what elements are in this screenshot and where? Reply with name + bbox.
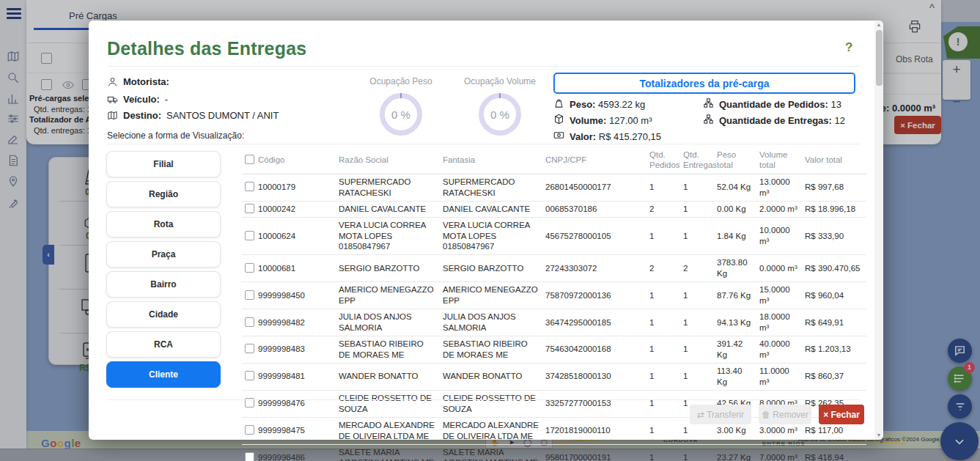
row-select-checkbox[interactable] — [245, 182, 254, 191]
cell-qtd-entregas: 2 — [680, 255, 714, 282]
cell-qtd-pedidos: 1 — [646, 282, 680, 309]
cell-codigo: 10000681 — [242, 255, 336, 282]
cell-volume-total: 40.0000 m³ — [756, 336, 802, 364]
row-select-checkbox[interactable] — [245, 452, 254, 461]
view-button-cliente[interactable]: Cliente — [106, 361, 221, 388]
select-all-rows-checkbox[interactable] — [245, 155, 254, 164]
column-header: Fantasia — [440, 147, 542, 174]
cell-peso-total: 87.76 Kg — [714, 282, 756, 309]
orders-icon — [703, 97, 714, 111]
cell-qtd-entregas: 1 — [680, 201, 714, 217]
cell-razao-social: CLEIDE ROSSETTO DE SOUZA — [336, 390, 440, 417]
cell-qtd-entregas: 1 — [680, 309, 714, 336]
gauge-ocupacao-peso: Ocupação Peso 0 % — [357, 76, 445, 136]
cell-razao-social: MERCADO ALEXANDRE DE OLIVEIRA LTDA ME — [336, 417, 440, 444]
cell-fantasia: SEBASTIAO RIBEIRO DE MORAES ME — [440, 336, 542, 364]
cell-cnpj-cpf: 75463042000168 — [542, 336, 646, 364]
cell-qtd-pedidos: 1 — [646, 363, 680, 390]
totalizador-item: Peso: 4593.22 kg — [553, 96, 661, 112]
cell-peso-total: 3783.80 Kg — [714, 255, 756, 282]
totalizadores-right-column: Quantidade de Pedidos: 13Quantidade de E… — [703, 96, 845, 128]
column-header: Código — [242, 147, 336, 174]
cell-razao-social: VERA LUCIA CORREA MOTA LOPES 01850847967 — [336, 217, 440, 255]
scroll-down-arrow[interactable]: ▼ — [874, 431, 883, 440]
detalhes-entregas-modal: Detalhes das Entregas ? Motorista: Veícu… — [89, 21, 883, 440]
column-header: CNPJ/CPF — [542, 147, 646, 174]
transferir-button[interactable]: ⇄ Transferir — [690, 405, 751, 424]
cell-razao-social: SERGIO BARZOTTO — [336, 255, 440, 282]
cell-cnpj-cpf: 37428518000130 — [542, 363, 646, 390]
table-row: 10000681SERGIO BARZOTTOSERGIO BARZOTTO27… — [242, 255, 866, 282]
cell-fantasia: CLEIDE ROSSETTO DE SOUZA — [440, 390, 542, 417]
cell-fantasia: DANIEL CAVALCANTE — [440, 201, 542, 217]
column-header: Valor total — [802, 147, 866, 174]
table-header-row: CódigoRazão SocialFantasiaCNPJ/CPFQtd. P… — [242, 147, 866, 174]
fechar-button[interactable]: × Fechar — [819, 405, 864, 424]
cell-cnpj-cpf: 26801450000177 — [542, 174, 646, 201]
row-select-checkbox[interactable] — [245, 290, 254, 300]
view-button-cidade[interactable]: Cidade — [106, 301, 221, 328]
cell-peso-total: 1.84 Kg — [714, 217, 756, 255]
cell-cnpj-cpf: 36474295000185 — [542, 309, 646, 336]
cell-cnpj-cpf: 45675278000105 — [542, 217, 646, 255]
row-select-checkbox[interactable] — [245, 317, 254, 327]
remover-button[interactable]: 🗑 Remover — [759, 405, 811, 424]
view-button-região[interactable]: Região — [106, 181, 221, 207]
totalizadores-header: Totalizadores da pré-carga — [553, 73, 855, 94]
view-button-rota[interactable]: Rota — [106, 211, 221, 237]
destination-map-icon — [107, 110, 118, 121]
scroll-thumb[interactable] — [876, 30, 883, 86]
driver-icon — [107, 76, 118, 87]
table-row: 9999998450AMERICO MENEGAZZO EPPAMERICO M… — [242, 282, 866, 309]
cell-valor-total: R$ 960,04 — [802, 282, 866, 309]
row-select-checkbox[interactable] — [245, 371, 254, 380]
cell-cnpj-cpf: 95801700000191 — [542, 444, 646, 461]
row-select-checkbox[interactable] — [245, 263, 254, 273]
cell-fantasia: MERCADO ALEXANDRE DE OLIVEIRA LTDA ME — [440, 417, 542, 444]
gauge-ocupacao-volume: Ocupação Volume 0 % — [456, 76, 544, 136]
cell-fantasia: SERGIO BARZOTTO — [440, 255, 542, 282]
destino-row: Destino:SANTOS DUMONT / ANIT — [107, 110, 279, 121]
row-select-checkbox[interactable] — [245, 425, 254, 435]
modal-scrollbar[interactable]: ▲ ▼ — [874, 21, 883, 440]
view-button-bairro[interactable]: Bairro — [106, 271, 221, 298]
cell-cnpj-cpf: 17201819000110 — [542, 417, 646, 444]
cell-valor-total: R$ 1.203,13 — [802, 336, 866, 364]
cell-fantasia: VERA LUCIA CORREA MOTA LOPES 01850847967 — [440, 217, 542, 255]
cell-codigo: 10000242 — [242, 201, 336, 217]
cell-volume-total: 18.0000 m³ — [756, 309, 802, 336]
cell-fantasia: AMERICO MENEGAZZO EPP — [440, 282, 542, 309]
totalizador-item: Valor: R$ 415.270,15 — [553, 128, 661, 144]
scroll-up-arrow[interactable]: ▲ — [874, 21, 883, 29]
column-header: Razão Social — [336, 147, 440, 174]
cell-volume-total: 10.0000 m³ — [756, 217, 802, 255]
cell-qtd-entregas: 1 — [680, 174, 714, 201]
totalizador-item: Quantidade de Entregas: 12 — [703, 112, 845, 128]
cell-valor-total: R$ 333,90 — [802, 217, 866, 255]
table-row: 9999998483SEBASTIAO RIBEIRO DE MORAES ME… — [242, 336, 866, 364]
cell-valor-total: R$ 649,91 — [802, 309, 866, 336]
help-icon[interactable]: ? — [845, 40, 852, 55]
row-select-checkbox[interactable] — [245, 204, 254, 213]
cell-codigo: 10000624 — [242, 217, 336, 255]
cell-codigo: 9999998475 — [242, 417, 336, 444]
cell-codigo: 9999998483 — [242, 336, 336, 364]
cell-razao-social: JULIA DOS ANJOS SALMORIA — [336, 309, 440, 336]
motorista-row: Motorista: — [107, 76, 169, 87]
cell-peso-total: 52.04 Kg — [714, 174, 756, 201]
cell-qtd-pedidos: 1 — [646, 174, 680, 201]
cell-razao-social: SALETE MARIA AGOSTINI MARTINS ME — [336, 444, 440, 461]
cell-volume-total: 15.0000 m³ — [756, 282, 802, 309]
row-select-checkbox[interactable] — [245, 231, 254, 240]
table-row: 10000179SUPERMERCADO RATACHESKISUPERMERC… — [242, 174, 866, 201]
cell-qtd-entregas: 1 — [680, 217, 714, 255]
weight-icon — [553, 97, 564, 111]
view-button-filial[interactable]: Filial — [106, 151, 221, 177]
cell-valor-total: R$ 997,68 — [802, 174, 866, 201]
view-button-rca[interactable]: RCA — [106, 331, 221, 358]
row-select-checkbox[interactable] — [245, 344, 254, 353]
cell-fantasia: JULIA DOS ANJOS SALMORIA — [440, 309, 542, 336]
view-button-praça[interactable]: Praça — [106, 241, 221, 268]
column-header: Qtd. Entregas — [680, 147, 714, 174]
cell-valor-total: R$ 860,37 — [802, 363, 866, 390]
